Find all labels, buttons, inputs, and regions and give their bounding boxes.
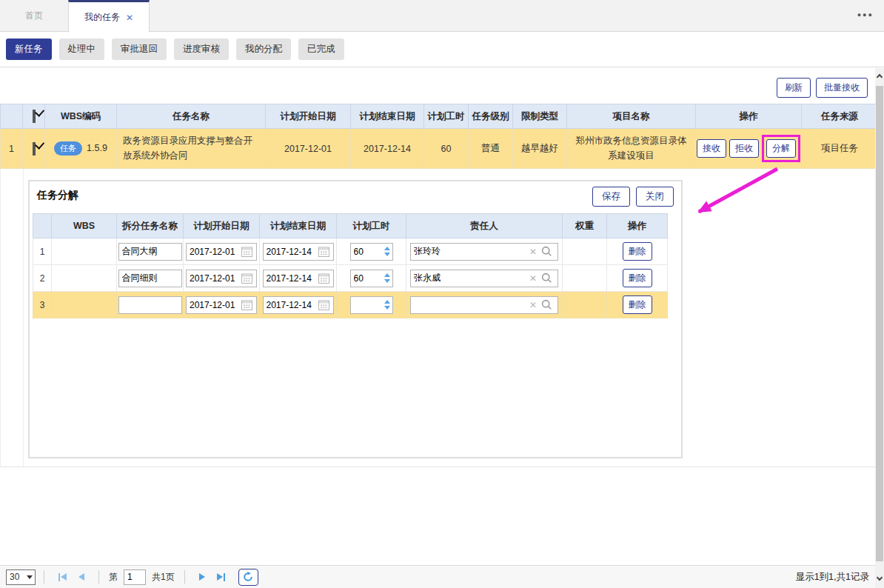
calendar-icon[interactable] bbox=[241, 247, 252, 257]
spinner-up-icon[interactable] bbox=[384, 247, 390, 250]
start-date-input[interactable] bbox=[187, 270, 241, 287]
end-date-input[interactable] bbox=[264, 270, 318, 287]
breakdown-row: 2 bbox=[33, 265, 668, 292]
close-button[interactable]: 关闭 bbox=[636, 187, 674, 207]
vertical-scrollbar[interactable] bbox=[875, 68, 884, 588]
brow-wbs-cell bbox=[52, 238, 117, 265]
tab-home[interactable]: 首页 bbox=[0, 0, 68, 32]
subtask-name-input[interactable] bbox=[119, 244, 181, 260]
reject-button[interactable]: 拒收 bbox=[729, 139, 759, 158]
pager-divider bbox=[44, 570, 44, 584]
scrollbar-up-icon[interactable] bbox=[877, 74, 883, 80]
first-page-icon[interactable] bbox=[58, 573, 67, 581]
filter-progress-review[interactable]: 进度审核 bbox=[174, 39, 229, 60]
hours-input[interactable] bbox=[351, 244, 382, 260]
spinner-down-icon[interactable] bbox=[384, 253, 390, 256]
page-size-select[interactable]: 30 bbox=[6, 569, 36, 585]
hours-input[interactable] bbox=[351, 270, 382, 287]
search-icon[interactable] bbox=[541, 299, 552, 310]
clear-icon[interactable]: ✕ bbox=[529, 300, 537, 310]
task-name-cell: 政务资源目录应用支撑与整合开放系统外协合同 bbox=[117, 129, 266, 169]
constraint-cell: 越早越好 bbox=[513, 129, 567, 169]
total-pages-label: 共1页 bbox=[152, 571, 175, 584]
tab-my-tasks-label: 我的任务 bbox=[84, 11, 120, 24]
filter-my-assignments[interactable]: 我的分配 bbox=[236, 39, 291, 60]
subtask-name-input[interactable] bbox=[119, 297, 181, 313]
task-source-cell: 项目任务 bbox=[802, 129, 878, 169]
filter-approval-returned[interactable]: 审批退回 bbox=[112, 39, 167, 60]
split-button[interactable]: 分解 bbox=[766, 139, 796, 158]
end-date-input[interactable] bbox=[264, 244, 318, 260]
pager-refresh-button[interactable] bbox=[238, 569, 258, 586]
scrollbar-thumb[interactable] bbox=[876, 86, 883, 561]
calendar-icon[interactable] bbox=[318, 273, 329, 284]
bheader-plan-end: 计划结束日期 bbox=[260, 214, 337, 238]
row-checkbox[interactable] bbox=[33, 142, 36, 156]
filter-new-task[interactable]: 新任务 bbox=[6, 39, 52, 60]
brow-owner-cell: ✕ bbox=[406, 265, 563, 292]
header-task-name: 任务名称 bbox=[117, 104, 266, 129]
page-number-input[interactable] bbox=[124, 569, 146, 585]
plan-end-cell: 2017-12-14 bbox=[351, 129, 424, 169]
plan-start-cell: 2017-12-01 bbox=[266, 129, 351, 169]
header-index bbox=[1, 104, 23, 129]
delete-button[interactable]: 删除 bbox=[623, 269, 652, 287]
brow-actions-cell: 删除 bbox=[607, 265, 668, 292]
search-icon[interactable] bbox=[541, 246, 552, 257]
brow-hours-cell bbox=[337, 292, 406, 318]
actions-cell: 接收 拒收 分解 bbox=[696, 129, 802, 169]
batch-receive-button[interactable]: 批量接收 bbox=[816, 78, 868, 98]
clear-icon[interactable]: ✕ bbox=[529, 273, 537, 284]
wbs-code: 1.5.9 bbox=[87, 143, 107, 153]
owner-input[interactable] bbox=[411, 244, 529, 260]
breakdown-header-row: WBS 拆分任务名称 计划开始日期 计划结束日期 计划工时 责任人 权重 操作 bbox=[33, 214, 668, 238]
filter-processing[interactable]: 处理中 bbox=[59, 39, 105, 60]
receive-button[interactable]: 接收 bbox=[697, 139, 726, 158]
last-page-icon[interactable] bbox=[217, 573, 225, 581]
delete-button[interactable]: 删除 bbox=[623, 295, 652, 314]
start-date-input[interactable] bbox=[187, 297, 241, 313]
owner-input[interactable] bbox=[411, 297, 529, 313]
close-icon[interactable]: ✕ bbox=[126, 13, 133, 23]
hours-input[interactable] bbox=[351, 297, 382, 313]
clear-icon[interactable]: ✕ bbox=[529, 247, 537, 257]
header-constraint-type: 限制类型 bbox=[513, 104, 567, 129]
start-date-input[interactable] bbox=[187, 244, 241, 260]
row-index: 1 bbox=[1, 129, 23, 169]
calendar-icon[interactable] bbox=[318, 300, 329, 310]
calendar-icon[interactable] bbox=[241, 273, 252, 284]
subtask-name-input[interactable] bbox=[119, 270, 181, 287]
spinner-up-icon[interactable] bbox=[384, 273, 390, 277]
spinner-down-icon[interactable] bbox=[384, 306, 390, 310]
filter-completed[interactable]: 已完成 bbox=[298, 39, 344, 60]
next-page-icon[interactable] bbox=[199, 573, 205, 581]
refresh-button[interactable]: 刷新 bbox=[777, 78, 811, 98]
save-button[interactable]: 保存 bbox=[592, 187, 630, 207]
task-badge: 任务 bbox=[54, 141, 82, 156]
calendar-icon[interactable] bbox=[241, 300, 252, 310]
row-select-cell bbox=[23, 129, 45, 169]
bheader-index bbox=[33, 214, 52, 238]
spinner-up-icon[interactable] bbox=[384, 300, 390, 304]
search-icon[interactable] bbox=[541, 273, 552, 284]
select-all-checkbox[interactable] bbox=[33, 110, 36, 123]
task-table: WBS编码 任务名称 计划开始日期 计划结束日期 计划工时 任务级别 限制类型 … bbox=[0, 104, 878, 169]
end-date-input[interactable] bbox=[264, 297, 318, 313]
delete-button[interactable]: 删除 bbox=[623, 242, 652, 261]
header-task-source: 任务来源 bbox=[802, 104, 878, 129]
tab-my-tasks[interactable]: 我的任务 ✕ bbox=[68, 0, 150, 33]
header-plan-hours: 计划工时 bbox=[424, 104, 469, 129]
more-menu-icon[interactable]: ●●● bbox=[857, 0, 874, 32]
bheader-weight: 权重 bbox=[563, 214, 607, 238]
brow-start-cell bbox=[184, 265, 260, 292]
tab-bar: 首页 我的任务 ✕ ●●● bbox=[0, 0, 884, 32]
scrollbar-down-icon[interactable] bbox=[877, 575, 883, 581]
spinner-down-icon[interactable] bbox=[384, 279, 390, 283]
brow-index: 3 bbox=[33, 292, 52, 318]
calendar-icon[interactable] bbox=[318, 247, 329, 257]
task-row[interactable]: 1 任务1.5.9 政务资源目录应用支撑与整合开放系统外协合同 2017-12-… bbox=[1, 129, 878, 169]
prev-page-icon[interactable] bbox=[78, 573, 84, 581]
owner-input[interactable] bbox=[411, 270, 529, 287]
filter-bar: 新任务 处理中 审批退回 进度审核 我的分配 已完成 bbox=[0, 32, 884, 67]
brow-wbs-cell bbox=[52, 292, 117, 318]
